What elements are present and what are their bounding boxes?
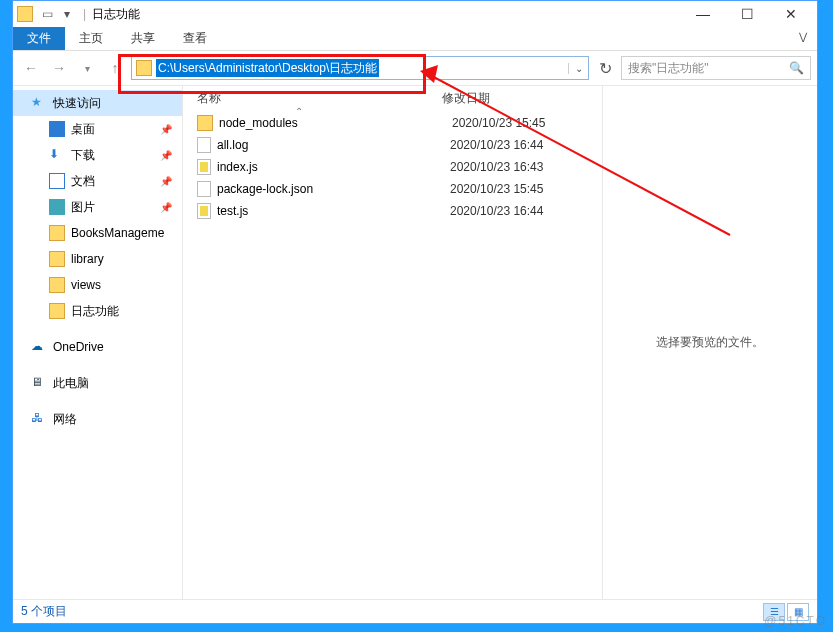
preview-empty-text: 选择要预览的文件。 <box>656 334 764 351</box>
sidebar-item-label: views <box>71 278 101 292</box>
sidebar-quick-access[interactable]: ★快速访问 <box>13 90 182 116</box>
file-list: 名称 修改日期 ⌃ node_modules2020/10/23 15:45 a… <box>183 86 602 599</box>
sidebar-item-label: BooksManageme <box>71 226 164 240</box>
file-icon <box>197 181 211 197</box>
sidebar-item-label: 图片 <box>71 199 95 216</box>
file-rows: node_modules2020/10/23 15:45 all.log2020… <box>183 110 602 222</box>
refresh-button[interactable]: ↻ <box>593 56 617 80</box>
collapse-column-icon[interactable]: ⌃ <box>295 106 303 117</box>
sidebar-network[interactable]: 🖧网络 <box>13 406 182 432</box>
history-dropdown-icon[interactable]: ▾ <box>75 56 99 80</box>
file-date: 2020/10/23 16:43 <box>450 160 590 174</box>
tab-share[interactable]: 共享 <box>117 27 169 50</box>
up-button[interactable]: ↑ <box>103 56 127 80</box>
sidebar-books[interactable]: BooksManageme <box>13 220 182 246</box>
folder-icon <box>17 6 33 22</box>
nav-sidebar: ★快速访问 桌面📌 ⬇下载📌 文档📌 图片📌 BooksManageme lib… <box>13 86 183 599</box>
file-date: 2020/10/23 16:44 <box>450 204 590 218</box>
file-icon <box>197 137 211 153</box>
window-title: 日志功能 <box>92 6 140 23</box>
folder-icon <box>49 277 65 293</box>
sidebar-views[interactable]: views <box>13 272 182 298</box>
pin-icon: 📌 <box>160 150 172 161</box>
file-date: 2020/10/23 15:45 <box>452 116 592 130</box>
list-item[interactable]: index.js2020/10/23 16:43 <box>183 156 602 178</box>
network-icon: 🖧 <box>31 411 47 427</box>
folder-icon <box>49 225 65 241</box>
column-headers: 名称 修改日期 ⌃ <box>183 86 602 110</box>
sidebar-downloads[interactable]: ⬇下载📌 <box>13 142 182 168</box>
sidebar-item-label: 文档 <box>71 173 95 190</box>
onedrive-icon: ☁ <box>31 339 47 355</box>
close-button[interactable]: ✕ <box>769 1 813 27</box>
sidebar-desktop[interactable]: 桌面📌 <box>13 116 182 142</box>
sidebar-item-label: 此电脑 <box>53 375 89 392</box>
forward-button[interactable]: → <box>47 56 71 80</box>
js-file-icon <box>197 203 211 219</box>
sidebar-logfolder[interactable]: 日志功能 <box>13 298 182 324</box>
search-input[interactable]: 搜索"日志功能" 🔍 <box>621 56 811 80</box>
sidebar-item-label: library <box>71 252 104 266</box>
address-dropdown-icon[interactable]: ⌄ <box>568 63 588 74</box>
tab-home[interactable]: 主页 <box>65 27 117 50</box>
list-item[interactable]: test.js2020/10/23 16:44 <box>183 200 602 222</box>
folder-icon <box>136 60 152 76</box>
view-icons-button[interactable]: ▦ <box>787 603 809 621</box>
list-item[interactable]: node_modules2020/10/23 15:45 <box>183 112 602 134</box>
sidebar-item-label: 网络 <box>53 411 77 428</box>
sidebar-item-label: 快速访问 <box>53 95 101 112</box>
tab-file[interactable]: 文件 <box>13 27 65 50</box>
star-icon: ★ <box>31 95 47 111</box>
sidebar-item-label: 日志功能 <box>71 303 119 320</box>
search-icon[interactable]: 🔍 <box>789 61 804 75</box>
qat-dropdown-icon[interactable]: ▾ <box>59 6 75 22</box>
explorer-window: ▭ ▾ | 日志功能 — ☐ ✕ 文件 主页 共享 查看 ⋁ ← → ▾ ↑ C… <box>12 0 818 624</box>
column-modified[interactable]: 修改日期 <box>442 90 582 107</box>
list-item[interactable]: all.log2020/10/23 16:44 <box>183 134 602 156</box>
folder-icon <box>197 115 213 131</box>
sidebar-library[interactable]: library <box>13 246 182 272</box>
ribbon-tabs: 文件 主页 共享 查看 ⋁ <box>13 27 817 51</box>
pin-icon: 📌 <box>160 176 172 187</box>
pin-icon: 📌 <box>160 124 172 135</box>
download-icon: ⬇ <box>49 147 65 163</box>
file-name: node_modules <box>219 116 452 130</box>
ribbon-collapse-icon[interactable]: ⋁ <box>799 31 807 42</box>
pictures-icon <box>49 199 65 215</box>
address-bar[interactable]: C:\Users\Administrator\Desktop\日志功能 ⌄ <box>131 56 589 80</box>
sidebar-pictures[interactable]: 图片📌 <box>13 194 182 220</box>
folder-icon <box>49 251 65 267</box>
desktop-icon <box>49 121 65 137</box>
minimize-button[interactable]: — <box>681 1 725 27</box>
file-area: 名称 修改日期 ⌃ node_modules2020/10/23 15:45 a… <box>183 86 817 599</box>
status-bar: 5 个项目 ☰ ▦ <box>13 599 817 623</box>
sidebar-thispc[interactable]: 🖥此电脑 <box>13 370 182 396</box>
folder-icon <box>49 303 65 319</box>
sidebar-onedrive[interactable]: ☁OneDrive <box>13 334 182 360</box>
tab-view[interactable]: 查看 <box>169 27 221 50</box>
pc-icon: 🖥 <box>31 375 47 391</box>
column-name[interactable]: 名称 <box>197 90 442 107</box>
preview-pane: 选择要预览的文件。 <box>602 86 817 599</box>
pin-icon: 📌 <box>160 202 172 213</box>
sidebar-item-label: OneDrive <box>53 340 104 354</box>
back-button[interactable]: ← <box>19 56 43 80</box>
maximize-button[interactable]: ☐ <box>725 1 769 27</box>
nav-toolbar: ← → ▾ ↑ C:\Users\Administrator\Desktop\日… <box>13 51 817 85</box>
sidebar-documents[interactable]: 文档📌 <box>13 168 182 194</box>
file-name: package-lock.json <box>217 182 450 196</box>
view-details-button[interactable]: ☰ <box>763 603 785 621</box>
status-item-count: 5 个项目 <box>21 603 67 620</box>
file-date: 2020/10/23 15:45 <box>450 182 590 196</box>
file-name: all.log <box>217 138 450 152</box>
address-path[interactable]: C:\Users\Administrator\Desktop\日志功能 <box>156 59 379 77</box>
search-placeholder: 搜索"日志功能" <box>628 60 709 77</box>
sidebar-item-label: 下载 <box>71 147 95 164</box>
js-file-icon <box>197 159 211 175</box>
file-date: 2020/10/23 16:44 <box>450 138 590 152</box>
sidebar-item-label: 桌面 <box>71 121 95 138</box>
file-name: test.js <box>217 204 450 218</box>
separator: | <box>83 7 86 21</box>
qat-properties-icon[interactable]: ▭ <box>39 6 55 22</box>
list-item[interactable]: package-lock.json2020/10/23 15:45 <box>183 178 602 200</box>
